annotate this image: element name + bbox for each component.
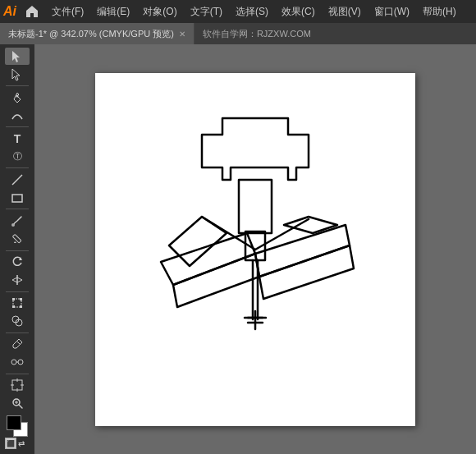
menu-bar: Ai 文件(F) 编辑(E) 对象(O) 文字(T) 选择(S) 效果(C) 视… [0, 0, 476, 23]
paintbrush-tool[interactable] [5, 212, 30, 229]
svg-marker-1 [12, 69, 20, 80]
menu-object[interactable]: 对象(O) [137, 3, 182, 21]
separator-6 [6, 291, 29, 292]
pencil-tool[interactable] [5, 230, 30, 247]
separator-7 [6, 332, 29, 333]
tab-active-label: 未标题-1* @ 342.07% (CMYK/GPU 预览) [8, 28, 174, 40]
menu-help[interactable]: 帮助(H) [417, 3, 462, 21]
svg-rect-12 [12, 305, 15, 308]
svg-rect-29 [239, 180, 272, 233]
blend-tool[interactable] [5, 354, 30, 371]
rectangle-tool[interactable] [5, 189, 30, 206]
eyedropper-tool[interactable] [5, 335, 30, 352]
fill-swatch[interactable] [7, 415, 21, 430]
zoom-tool[interactable] [5, 395, 30, 412]
tab-info[interactable]: 软件自学网：RJZXW.COM [195, 23, 319, 44]
separator-5 [6, 250, 29, 251]
main-area: T Ⓣ [0, 44, 476, 454]
svg-line-26 [19, 405, 22, 408]
menu-edit[interactable]: 编辑(E) [91, 3, 135, 21]
menu-file[interactable]: 文件(F) [46, 3, 89, 21]
tab-info-label: 软件自学网：RJZXW.COM [203, 28, 311, 40]
svg-line-16 [17, 342, 20, 344]
direct-select-tool[interactable] [5, 66, 30, 83]
menu-effect[interactable]: 效果(C) [276, 3, 321, 21]
separator-1 [6, 85, 29, 86]
svg-rect-11 [20, 298, 22, 300]
fill-stroke-indicator[interactable] [5, 414, 30, 433]
separator-2 [6, 126, 29, 127]
svg-rect-13 [20, 305, 22, 308]
touch-type-tool[interactable]: Ⓣ [5, 148, 30, 165]
svg-point-17 [11, 360, 16, 365]
separator-4 [6, 209, 29, 209]
line-tool[interactable] [5, 171, 30, 188]
rotate-tool[interactable] [5, 253, 30, 270]
toolbar: T Ⓣ [0, 44, 34, 454]
menu-type[interactable]: 文字(T) [185, 3, 228, 21]
svg-marker-36 [259, 245, 354, 299]
menu-view[interactable]: 视图(V) [323, 3, 367, 21]
artboard [95, 73, 415, 426]
default-colors-button[interactable]: ⬛ [5, 438, 16, 449]
curvature-tool[interactable] [5, 107, 30, 124]
color-controls: ⬛ ⇄ [5, 438, 30, 449]
swap-colors-button[interactable]: ⇄ [18, 438, 30, 449]
ai-logo: Ai [3, 4, 16, 19]
svg-rect-6 [12, 234, 21, 243]
tab-close-button[interactable]: ✕ [179, 30, 185, 39]
svg-point-5 [11, 223, 15, 227]
type-tool[interactable]: T [5, 130, 30, 147]
separator-8 [6, 374, 29, 374]
svg-marker-0 [12, 51, 20, 62]
menu-window[interactable]: 窗口(W) [368, 3, 415, 21]
svg-point-18 [18, 360, 23, 365]
selection-tool[interactable] [5, 48, 30, 65]
menu-items: 文件(F) 编辑(E) 对象(O) 文字(T) 选择(S) 效果(C) 视图(V… [46, 3, 473, 21]
width-tool[interactable] [5, 271, 30, 288]
shape-builder-tool[interactable] [5, 313, 30, 330]
separator-3 [6, 167, 29, 168]
svg-rect-10 [12, 298, 15, 300]
free-transform-tool[interactable] [5, 294, 30, 311]
tab-bar: 未标题-1* @ 342.07% (CMYK/GPU 预览) ✕ 软件自学网：R… [0, 23, 476, 44]
pen-tool[interactable] [5, 89, 30, 106]
tab-active[interactable]: 未标题-1* @ 342.07% (CMYK/GPU 预览) ✕ [0, 23, 195, 44]
artwork-svg [95, 73, 415, 426]
svg-marker-30 [169, 217, 227, 266]
svg-point-2 [16, 94, 19, 97]
artboard-tool[interactable] [5, 377, 30, 394]
svg-rect-4 [12, 195, 22, 202]
svg-line-3 [12, 175, 22, 185]
canvas-area[interactable] [34, 44, 476, 454]
home-button[interactable] [23, 2, 41, 21]
menu-select[interactable]: 选择(S) [230, 3, 274, 21]
